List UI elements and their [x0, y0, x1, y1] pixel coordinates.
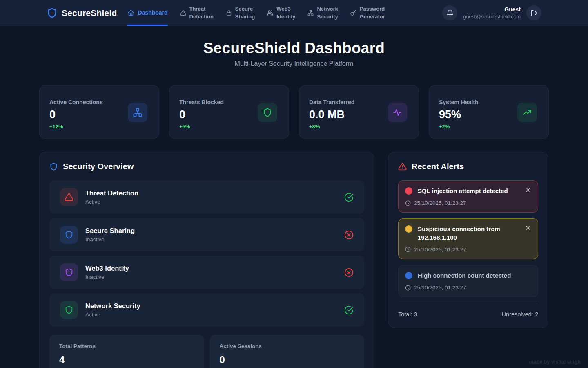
stats-row: Active Connections 0 +12% Threats Blocke…	[39, 85, 549, 139]
close-icon[interactable]	[525, 187, 531, 193]
substat-value: 0	[220, 354, 355, 366]
nav-item-label: Network Security	[317, 5, 338, 21]
substat-total-patterns: Total Patterns 4	[49, 335, 204, 368]
service-row-network-security[interactable]: Network Security Active	[49, 293, 364, 327]
security-overview-header: Security Overview	[49, 162, 364, 171]
alert-triangle-icon	[180, 10, 186, 16]
service-status: Active	[85, 199, 138, 205]
logout-button[interactable]	[526, 5, 541, 20]
nav-item-dashboard[interactable]: Dashboard	[127, 0, 167, 26]
alert-top: High connection count detected	[405, 272, 531, 280]
notifications-button[interactable]	[442, 5, 457, 20]
substat-label: Total Patterns	[59, 343, 194, 349]
alert-card-info: High connection count detected 25/10/202…	[398, 265, 538, 297]
severity-dot-icon	[405, 272, 412, 279]
severity-dot-icon	[405, 187, 412, 195]
stat-change: +8%	[309, 123, 407, 130]
nav-item-label: Dashboard	[138, 9, 167, 17]
alert-triangle-icon	[398, 162, 407, 171]
nav-item-web3-identity[interactable]: Web3 Identity	[267, 0, 295, 26]
nav-item-label: Web3 Identity	[276, 5, 295, 21]
shield-icon	[49, 162, 58, 171]
x-circle-icon	[344, 230, 354, 240]
stat-card-active-connections: Active Connections 0 +12%	[39, 85, 159, 139]
stat-change: +12%	[49, 123, 147, 130]
nav-item-network-security[interactable]: Network Security	[307, 0, 338, 26]
alert-top: SQL injection attempt detected	[405, 187, 531, 195]
security-overview-panel: Security Overview Threat Detection Activ…	[39, 152, 374, 368]
alerts-unresolved: Unresolved: 2	[502, 311, 538, 318]
alert-timestamp-row: 25/10/2025, 01:23:27	[405, 247, 531, 253]
alert-top: Suspicious connection from 192.168.1.100	[405, 225, 531, 242]
alert-triangle-icon	[60, 188, 78, 206]
nav-right-cluster: Guest guest@secureshield.com	[442, 0, 541, 26]
overview-substats: Total Patterns 4 Active Sessions 0	[49, 335, 364, 368]
alerts-footer: Total: 3 Unresolved: 2	[398, 304, 538, 318]
alert-message: SQL injection attempt detected	[418, 187, 510, 195]
user-email: guest@secureshield.com	[463, 13, 521, 20]
shield-logo-icon	[47, 7, 58, 18]
check-circle-icon	[344, 193, 354, 202]
user-info: Guest guest@secureshield.com	[463, 6, 521, 20]
alert-timestamp: 25/10/2025, 01:23:27	[414, 247, 466, 253]
x-circle-icon	[344, 268, 354, 277]
recent-alerts-panel: Recent Alerts SQL injection attempt dete…	[388, 152, 548, 328]
service-status: Active	[85, 312, 140, 318]
shield-icon	[60, 226, 78, 244]
substat-active-sessions: Active Sessions 0	[210, 335, 365, 368]
alert-timestamp: 25/10/2025, 01:23:27	[414, 200, 466, 206]
service-name: Threat Detection	[85, 189, 138, 197]
watermark: made by vishal singh	[529, 359, 581, 365]
service-text: Web3 Identity Inactive	[85, 265, 129, 280]
key-icon	[350, 10, 356, 16]
brand-name: SecureShield	[62, 8, 117, 18]
service-text: Threat Detection Active	[85, 189, 138, 205]
service-row-web3-identity[interactable]: Web3 Identity Inactive	[49, 256, 364, 289]
service-name: Network Security	[85, 302, 140, 310]
shield-icon	[258, 103, 277, 122]
bell-icon	[446, 9, 454, 17]
alert-message: High connection count detected	[418, 272, 513, 280]
alert-timestamp-row: 25/10/2025, 01:23:27	[405, 200, 531, 206]
nav-item-threat-detection[interactable]: Threat Detection	[180, 0, 214, 26]
nav-item-secure-sharing[interactable]: Secure Sharing	[226, 0, 255, 26]
alert-message: Suspicious connection from 192.168.1.100	[418, 225, 516, 242]
main-content: Security Overview Threat Detection Activ…	[39, 152, 548, 368]
recent-alerts-header: Recent Alerts	[398, 162, 538, 171]
close-icon[interactable]	[525, 225, 531, 231]
logout-icon	[530, 9, 538, 17]
nav-item-label: Password Generator	[360, 5, 385, 21]
stat-card-data-transferred: Data Transferred 0.0 MB +8%	[299, 85, 419, 139]
severity-dot-icon	[405, 225, 412, 233]
alert-card-high: SQL injection attempt detected 25/10/202…	[398, 180, 538, 213]
nav-item-password-generator[interactable]: Password Generator	[350, 0, 385, 26]
alerts-total: Total: 3	[398, 311, 417, 318]
service-row-secure-sharing[interactable]: Secure Sharing Inactive	[49, 218, 364, 251]
network-icon	[128, 103, 147, 122]
stat-change: +2%	[439, 123, 537, 130]
service-name: Web3 Identity	[85, 265, 129, 272]
page-title: SecureShield Dashboard	[0, 40, 588, 57]
main-nav: Dashboard Threat Detection Secure Sharin…	[127, 0, 385, 26]
shield-icon	[60, 301, 78, 319]
clock-icon	[405, 200, 411, 206]
stat-card-system-health: System Health 95% +2%	[429, 85, 549, 139]
brand-logo[interactable]: SecureShield	[47, 0, 117, 26]
nav-item-label: Threat Detection	[189, 5, 214, 21]
service-row-threat-detection[interactable]: Threat Detection Active	[49, 180, 364, 214]
top-navigation-bar: SecureShield Dashboard Threat Detection …	[0, 0, 588, 26]
stat-change: +5%	[179, 123, 277, 130]
nav-item-label: Secure Sharing	[235, 5, 255, 21]
home-icon	[127, 9, 134, 16]
service-status: Inactive	[85, 236, 135, 242]
user-name: Guest	[463, 6, 521, 13]
clock-icon	[405, 247, 411, 252]
service-text: Secure Sharing Inactive	[85, 227, 135, 242]
page-subtitle: Multi-Layer Security Intelligence Platfo…	[0, 60, 588, 67]
alert-timestamp: 25/10/2025, 01:23:27	[414, 285, 466, 291]
alert-card-medium: Suspicious connection from 192.168.1.100…	[398, 218, 538, 259]
substat-label: Active Sessions	[220, 343, 355, 349]
panel-title: Security Overview	[63, 162, 134, 171]
service-text: Network Security Active	[85, 302, 140, 318]
alert-timestamp-row: 25/10/2025, 01:23:27	[405, 285, 531, 291]
